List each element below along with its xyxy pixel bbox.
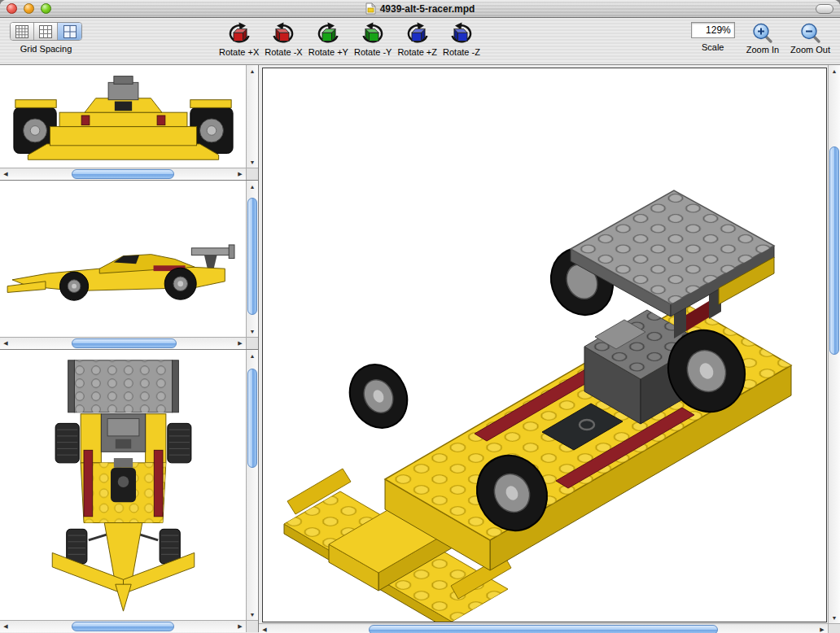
scroll-thumb[interactable] [72,338,177,348]
zoom-in-icon [752,22,773,44]
zoom-in-button[interactable]: Zoom In [746,22,779,55]
scroll-track[interactable] [247,361,258,609]
rotate-button-group: Rotate +X Rotate -X [219,22,480,57]
rotate-plus-y-button[interactable]: Rotate +Y [308,22,348,57]
zoom-tool-group: Scale Zoom In [691,22,830,55]
scroll-up-arrow[interactable]: ▲ [247,350,258,361]
front-view-vertical-scrollbar[interactable]: ▲ ▼ [246,65,258,168]
rotate-minus-y-icon [361,22,385,46]
model-top-view [52,360,195,611]
rotate-minus-x-button[interactable]: Rotate -X [265,22,302,57]
content-area: ▲ ▼ ◀ ▶ [0,65,840,632]
close-button[interactable] [7,3,17,14]
zoom-out-button[interactable]: Zoom Out [790,22,830,55]
side-view-model [4,181,243,337]
main-canvas-frame [259,65,828,623]
scroll-left-arrow[interactable]: ◀ [0,621,11,632]
grid-coarse-button[interactable] [58,23,81,40]
scroll-up-arrow[interactable]: ▲ [829,65,840,76]
rotate-plus-z-button[interactable]: Rotate +Z [397,22,437,57]
zoom-window-button[interactable] [41,3,51,14]
rotate-minus-x-label: Rotate -X [265,47,302,57]
grid-fine-icon [15,25,28,38]
scrollbar-corner [246,337,258,349]
grid-coarse-icon [63,25,77,38]
front-view-model [9,67,238,166]
scroll-up-arrow[interactable]: ▲ [247,181,258,192]
scroll-track[interactable] [11,338,234,349]
rotate-plus-x-button[interactable]: Rotate +X [219,22,259,57]
rotate-minus-x-icon [271,22,295,46]
grid-spacing-control: Grid Spacing [10,22,82,54]
side-view-canvas[interactable] [0,181,246,337]
scroll-track[interactable] [11,621,234,632]
perspective-view-canvas[interactable] [262,68,827,622]
scroll-down-arrow[interactable]: ▼ [247,609,258,620]
app-window: 4939-alt-5-racer.mpd [0,0,840,633]
toolbar-toggle-button[interactable] [816,4,833,14]
rotate-plus-y-label: Rotate +Y [308,47,348,57]
scroll-down-arrow[interactable]: ▼ [829,612,840,623]
wheel-front-left [339,355,418,438]
scroll-left-arrow[interactable]: ◀ [0,338,11,349]
scroll-thumb[interactable] [247,369,257,468]
front-view-canvas[interactable] [0,65,246,168]
scrollbar-corner [246,620,258,632]
front-view-horizontal-scrollbar[interactable]: ◀ ▶ [0,168,246,180]
grid-medium-icon [39,25,52,38]
top-view-horizontal-scrollbar[interactable]: ◀ ▶ [0,620,246,632]
scroll-thumb[interactable] [829,146,839,356]
scroll-track[interactable] [247,192,258,325]
scroll-right-arrow[interactable]: ▶ [816,624,828,633]
side-view-horizontal-scrollbar[interactable]: ◀ ▶ [0,337,246,349]
zoom-in-label: Zoom In [746,45,779,55]
rotate-plus-x-label: Rotate +X [219,47,259,57]
window-title: 4939-alt-5-racer.mpd [380,3,475,15]
window-title-group: 4939-alt-5-racer.mpd [0,0,840,17]
titlebar[interactable]: 4939-alt-5-racer.mpd [0,0,840,18]
toolbar: Grid Spacing Rotate +X [0,18,840,65]
grid-medium-button[interactable] [34,23,58,40]
scroll-track[interactable] [11,168,234,180]
main-view-horizontal-scrollbar[interactable]: ◀ ▶ [259,623,828,633]
rotate-minus-y-button[interactable]: Rotate -Y [354,22,392,57]
rotate-minus-z-label: Rotate -Z [443,47,480,57]
scroll-right-arrow[interactable]: ▶ [234,338,246,349]
scroll-up-arrow[interactable]: ▲ [247,65,258,76]
side-viewports-column: ▲ ▼ ◀ ▶ [0,65,259,632]
main-view-vertical-scrollbar[interactable]: ▲ ▼ [828,65,840,623]
side-view-vertical-scrollbar[interactable]: ▲ ▼ [246,181,258,337]
scroll-right-arrow[interactable]: ▶ [234,621,246,632]
window-controls [7,3,51,14]
rotate-minus-z-button[interactable]: Rotate -Z [443,22,480,57]
scroll-down-arrow[interactable]: ▼ [247,156,258,168]
front-viewport-pane: ▲ ▼ ◀ ▶ [0,65,258,181]
scroll-track[interactable] [829,76,840,612]
scroll-thumb[interactable] [247,198,257,315]
scroll-thumb[interactable] [72,169,174,179]
model-front-view [13,76,232,160]
grid-spacing-segmented-control [10,22,82,41]
top-view-vertical-scrollbar[interactable]: ▲ ▼ [246,350,258,620]
grid-fine-button[interactable] [11,23,34,40]
rotate-plus-x-icon [227,22,252,46]
top-view-model [7,351,240,619]
main-viewport-pane: ▲ ▼ ◀ ▶ [259,65,840,632]
top-viewport-pane: ▲ ▼ ◀ ▶ [0,350,258,632]
scroll-thumb[interactable] [369,625,718,633]
scale-input[interactable] [691,22,735,38]
scroll-left-arrow[interactable]: ◀ [259,624,270,633]
document-icon [365,2,376,15]
scroll-down-arrow[interactable]: ▼ [247,325,258,337]
top-view-canvas[interactable] [0,350,246,620]
scroll-track[interactable] [270,624,816,633]
zoom-out-icon [800,22,821,44]
scrollbar-corner [828,623,840,633]
scroll-thumb[interactable] [72,622,174,631]
scroll-left-arrow[interactable]: ◀ [0,168,11,180]
minimize-button[interactable] [24,3,34,14]
scale-label: Scale [702,42,724,52]
model-side-view [7,244,234,299]
scroll-track[interactable] [247,76,258,156]
scroll-right-arrow[interactable]: ▶ [234,168,246,180]
